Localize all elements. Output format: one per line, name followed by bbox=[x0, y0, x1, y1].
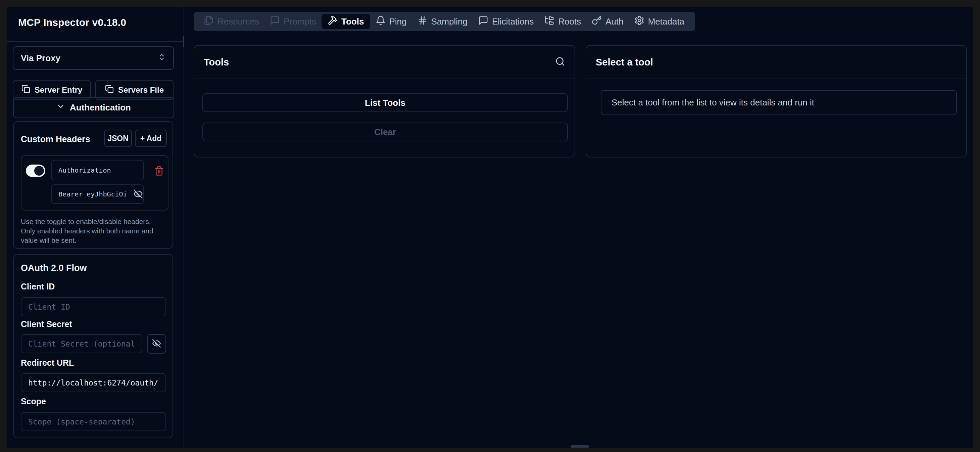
tools-panel-header: Tools bbox=[194, 46, 574, 79]
scope-label: Scope bbox=[21, 396, 46, 406]
bell-icon bbox=[375, 16, 386, 28]
tab-prompts[interactable]: Prompts bbox=[264, 12, 321, 31]
tab-roots[interactable]: Roots bbox=[539, 12, 586, 31]
folder-tree-icon bbox=[544, 16, 554, 28]
authentication-collapse-button[interactable]: Authentication bbox=[13, 97, 174, 118]
add-header-button[interactable]: + Add bbox=[135, 129, 167, 147]
message-square-icon bbox=[478, 16, 488, 28]
transport-select[interactable]: Via Proxy bbox=[13, 46, 174, 70]
tab-auth[interactable]: Auth bbox=[586, 12, 629, 31]
eye-off-icon[interactable] bbox=[133, 189, 143, 199]
tab-sampling[interactable]: Sampling bbox=[412, 12, 473, 31]
sidebar: MCP Inspector v0.18.0 Via Proxy Server E… bbox=[7, 7, 184, 448]
clear-button[interactable]: Clear bbox=[202, 123, 568, 141]
tab-label: Auth bbox=[605, 16, 624, 27]
toggle-knob bbox=[34, 166, 44, 176]
header-row bbox=[21, 155, 169, 211]
message-square-icon bbox=[270, 16, 280, 28]
header-value-input[interactable] bbox=[51, 184, 144, 204]
header-name-input[interactable] bbox=[51, 160, 144, 180]
tab-ping[interactable]: Ping bbox=[370, 12, 412, 31]
servers-file-label: Servers File bbox=[118, 85, 164, 95]
tab-label: Ping bbox=[389, 16, 407, 27]
custom-headers-title: Custom Headers bbox=[21, 134, 90, 144]
client-secret-visibility-button[interactable] bbox=[147, 334, 166, 354]
server-entry-label: Server Entry bbox=[35, 85, 83, 95]
oauth-card: OAuth 2.0 Flow Client ID Client Secret R… bbox=[13, 254, 173, 438]
header-enabled-toggle[interactable] bbox=[26, 165, 45, 177]
chevron-down-icon bbox=[56, 102, 65, 113]
tool-detail-panel: Select a tool Select a tool from the lis… bbox=[585, 45, 967, 158]
tools-panel-title: Tools bbox=[204, 57, 229, 68]
trash-icon[interactable] bbox=[154, 166, 164, 176]
client-id-label: Client ID bbox=[21, 282, 55, 291]
tab-label: Resources bbox=[218, 16, 259, 27]
tab-label: Elicitations bbox=[492, 16, 534, 27]
eye-off-icon bbox=[152, 339, 161, 349]
client-secret-label: Client Secret bbox=[21, 319, 72, 329]
sidebar-divider bbox=[7, 41, 184, 42]
tab-elicitations[interactable]: Elicitations bbox=[473, 12, 539, 31]
app-window: MCP Inspector v0.18.0 Via Proxy Server E… bbox=[7, 7, 973, 448]
tab-tools[interactable]: Tools bbox=[321, 14, 370, 29]
main-tabs-bar: Resources Prompts Tools Ping Sampling El… bbox=[194, 12, 695, 31]
redirect-url-input[interactable] bbox=[21, 373, 166, 392]
custom-headers-card: Custom Headers JSON + Add Use bbox=[13, 121, 173, 249]
files-icon bbox=[204, 16, 214, 28]
hammer-icon bbox=[328, 16, 337, 28]
tab-resources[interactable]: Resources bbox=[198, 12, 264, 31]
tab-label: Prompts bbox=[283, 16, 316, 27]
tool-detail-header: Select a tool bbox=[586, 46, 966, 79]
screen: MCP Inspector v0.18.0 Via Proxy Server E… bbox=[0, 0, 980, 452]
app-title: MCP Inspector v0.18.0 bbox=[18, 17, 126, 28]
headers-help-text: Use the toggle to enable/disable headers… bbox=[21, 217, 158, 245]
copy-icon bbox=[105, 85, 114, 95]
transport-select-value: Via Proxy bbox=[21, 53, 60, 64]
sidebar-resize-handle[interactable] bbox=[183, 35, 184, 47]
chevrons-up-down-icon bbox=[158, 53, 166, 64]
copy-icon bbox=[21, 85, 30, 95]
horizontal-scrollbar-thumb[interactable] bbox=[571, 445, 589, 448]
tool-detail-title: Select a tool bbox=[596, 57, 653, 68]
redirect-url-label: Redirect URL bbox=[21, 358, 74, 368]
json-mode-button[interactable]: JSON bbox=[104, 129, 132, 147]
search-icon[interactable] bbox=[555, 56, 565, 68]
tab-label: Roots bbox=[558, 16, 581, 27]
authentication-label: Authentication bbox=[70, 102, 131, 113]
scope-input[interactable] bbox=[21, 412, 166, 431]
list-tools-button[interactable]: List Tools bbox=[202, 93, 568, 112]
key-icon bbox=[592, 16, 602, 28]
tab-label: Metadata bbox=[648, 16, 684, 27]
hash-icon bbox=[417, 16, 428, 28]
client-id-input[interactable] bbox=[21, 297, 166, 316]
client-secret-input[interactable] bbox=[21, 334, 142, 353]
tab-label: Sampling bbox=[431, 16, 468, 27]
tool-detail-empty-message: Select a tool from the list to view its … bbox=[601, 90, 957, 115]
gear-icon bbox=[634, 16, 644, 28]
tools-panel: Tools List Tools Clear bbox=[194, 45, 575, 158]
tab-metadata[interactable]: Metadata bbox=[629, 12, 690, 31]
tab-label: Tools bbox=[341, 16, 364, 27]
oauth-title: OAuth 2.0 Flow bbox=[21, 263, 87, 273]
